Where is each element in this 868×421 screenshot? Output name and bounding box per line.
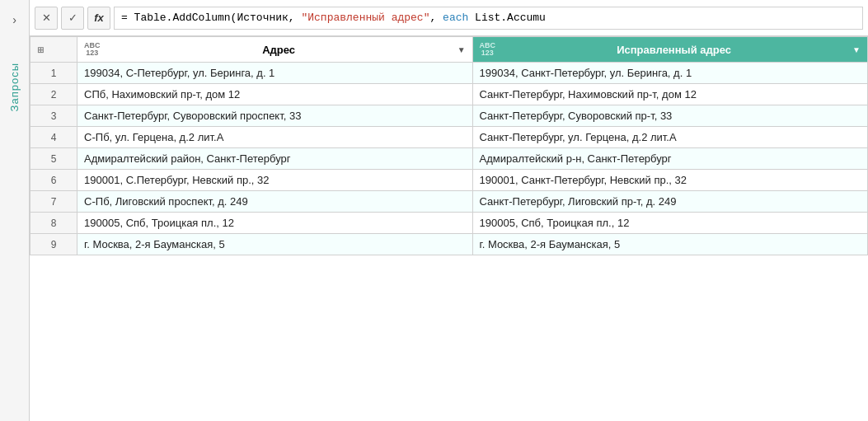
table-row: 2СПб, Нахимовский пр-т, дом 12Санкт-Пете… [30, 84, 868, 105]
addr-cell: Адмиралтейский район, Санкт-Петербург [77, 148, 472, 170]
addr-cell: С-Пб, ул. Герцена, д.2 лит.А [77, 127, 472, 148]
fixed-cell: Адмиралтейский р-н, Санкт-Петербург [472, 148, 867, 170]
sidebar-label[interactable]: Запросы [8, 63, 21, 111]
addr-dropdown-icon[interactable]: ▼ [457, 45, 466, 54]
table-row: 7С-Пб, Лиговский проспект, д. 249Санкт-П… [30, 191, 868, 213]
table-row: 5Адмиралтейский район, Санкт-ПетербургАд… [30, 148, 868, 170]
addr-cell: СПб, Нахимовский пр-т, дом 12 [77, 84, 472, 105]
sidebar-chevron[interactable]: › [9, 10, 20, 30]
fixed-cell: Санкт-Петербург, Нахимовский пр-т, дом 1… [472, 84, 867, 105]
fixed-cell: Санкт-Петербург, ул. Герцена, д.2 лит.А [472, 127, 867, 148]
fixed-dropdown-icon[interactable]: ▼ [852, 45, 861, 54]
fixed-cell: 190005, Спб, Троицкая пл., 12 [472, 213, 867, 234]
formula-input[interactable]: = Table.AddColumn(Источник, "Исправленны… [114, 7, 863, 30]
main-content: ✕ ✓ fx = Table.AddColumn(Источник, "Испр… [30, 0, 868, 421]
addr-type-icon: ABC123 [84, 42, 101, 57]
fixed-cell: 190001, Санкт-Петербург, Невский пр., 32 [472, 170, 867, 191]
fixed-cell: Санкт-Петербург, Лиговский пр-т, д. 249 [472, 191, 867, 213]
table-row: 9г. Москва, 2-я Бауманская, 5г. Москва, … [30, 234, 868, 255]
data-table: ⊞ ABC123 Адрес ▼ ABC123 Исправленн [30, 36, 868, 255]
addr-col-label: Адрес [106, 44, 453, 56]
header-row-num: ⊞ [30, 37, 77, 63]
formula-part-3: , [429, 12, 443, 24]
fixed-cell: Санкт-Петербург, Суворовский пр-т, 33 [472, 105, 867, 127]
row-number: 9 [30, 234, 77, 255]
table-container: ⊞ ABC123 Адрес ▼ ABC123 Исправленн [30, 36, 868, 421]
row-number: 6 [30, 170, 77, 191]
fixed-cell: 199034, Санкт-Петербург, ул. Беринга, д.… [472, 63, 867, 84]
addr-cell: Санкт-Петербург, Суворовский проспект, 3… [77, 105, 472, 127]
row-number: 3 [30, 105, 77, 127]
header-addr[interactable]: ABC123 Адрес ▼ [77, 37, 472, 63]
fixed-type-icon: ABC123 [480, 42, 496, 57]
row-number: 4 [30, 127, 77, 148]
formula-part-2: "Исправленный адрес" [301, 12, 429, 24]
row-number: 8 [30, 213, 77, 234]
fx-label: fx [94, 12, 104, 24]
row-number: 2 [30, 84, 77, 105]
fx-button[interactable]: fx [87, 7, 110, 30]
formula-part-5: List.Accumu [468, 12, 546, 24]
header-fixed[interactable]: ABC123 Исправленный адрес ▼ [472, 37, 867, 63]
table-row: 3Санкт-Петербург, Суворовский проспект, … [30, 105, 868, 127]
cancel-icon: ✕ [42, 12, 51, 24]
addr-cell: 199034, С-Петербург, ул. Беринга, д. 1 [77, 63, 472, 84]
confirm-button[interactable]: ✓ [61, 7, 84, 30]
cancel-button[interactable]: ✕ [35, 7, 58, 30]
addr-cell: г. Москва, 2-я Бауманская, 5 [77, 234, 472, 255]
row-number: 1 [30, 63, 77, 84]
fixed-cell: г. Москва, 2-я Бауманская, 5 [472, 234, 867, 255]
formula-part-4: each [443, 12, 468, 24]
formula-bar: ✕ ✓ fx = Table.AddColumn(Источник, "Испр… [30, 0, 868, 36]
sidebar: › Запросы [0, 0, 30, 421]
table-row: 4С-Пб, ул. Герцена, д.2 лит.АСанкт-Петер… [30, 127, 868, 148]
formula-part-1: = Table.AddColumn(Источник, [121, 12, 301, 24]
row-number: 7 [30, 191, 77, 213]
row-number: 5 [30, 148, 77, 170]
addr-cell: 190005, Спб, Троицкая пл., 12 [77, 213, 472, 234]
table-grid-icon: ⊞ [37, 45, 44, 54]
table-row: 8190005, Спб, Троицкая пл., 12190005, Сп… [30, 213, 868, 234]
fixed-col-label: Исправленный адрес [500, 44, 847, 56]
confirm-icon: ✓ [68, 12, 77, 24]
table-header-row: ⊞ ABC123 Адрес ▼ ABC123 Исправленн [30, 37, 868, 63]
addr-cell: 190001, С.Петербург, Невский пр., 32 [77, 170, 472, 191]
table-row: 6190001, С.Петербург, Невский пр., 32190… [30, 170, 868, 191]
table-row: 1199034, С-Петербург, ул. Беринга, д. 11… [30, 63, 868, 84]
addr-cell: С-Пб, Лиговский проспект, д. 249 [77, 191, 472, 213]
table-body: 1199034, С-Петербург, ул. Беринга, д. 11… [30, 63, 868, 255]
